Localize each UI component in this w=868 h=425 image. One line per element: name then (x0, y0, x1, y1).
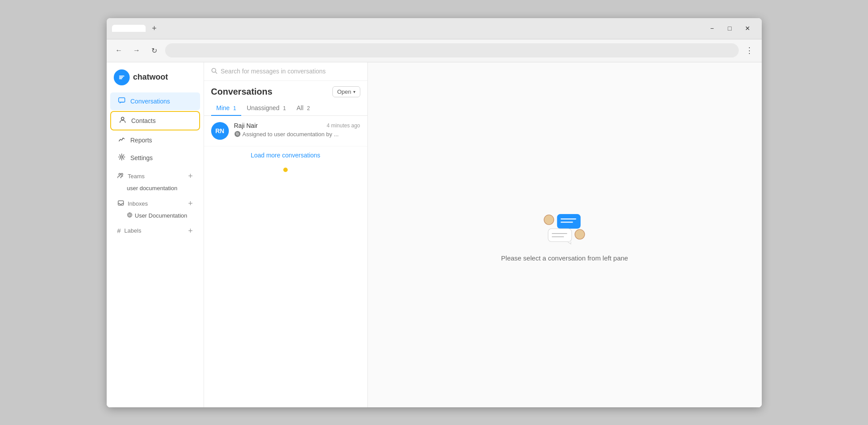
conversations-icon (117, 97, 126, 106)
conv-preview-text: Assigned to user documentation by ... (243, 131, 339, 138)
conv-preview: 🔘 Assigned to user documentation by ... (234, 131, 360, 138)
open-filter-chevron: ▾ (353, 89, 355, 94)
browser-tab[interactable] (112, 25, 146, 32)
empty-illustration (540, 208, 589, 247)
nav-bar: ← → ↻ ⋮ (107, 39, 762, 62)
sidebar-item-contacts[interactable]: Contacts (110, 111, 200, 130)
globe-icon (127, 212, 132, 219)
search-box[interactable]: Search for messages in conversations (211, 68, 360, 75)
maximize-button[interactable]: □ (721, 21, 739, 35)
inboxes-icon (117, 199, 124, 208)
reports-icon (117, 136, 126, 145)
conv-time: 4 minutes ago (327, 123, 360, 129)
svg-rect-1 (119, 98, 125, 102)
tab-mine[interactable]: Mine 1 (211, 101, 242, 116)
new-tab-button[interactable]: + (147, 21, 162, 35)
svg-point-4 (119, 173, 120, 175)
svg-point-10 (544, 214, 554, 224)
tab-unassigned-count: 1 (283, 105, 286, 111)
conversations-header: Conversations Open ▾ (204, 81, 367, 97)
search-icon (211, 68, 217, 75)
main-content: Please select a conversation from left p… (368, 62, 762, 407)
tab-all-count: 2 (307, 105, 310, 111)
labels-add-button[interactable]: + (188, 227, 193, 235)
status-dot (283, 168, 288, 172)
tab-all[interactable]: All 2 (291, 101, 315, 116)
svg-point-2 (121, 117, 124, 120)
inboxes-add-button[interactable]: + (188, 199, 193, 207)
open-filter-button[interactable]: Open ▾ (332, 86, 360, 97)
sidebar-item-conversations[interactable]: Conversations (110, 92, 200, 110)
svg-point-5 (121, 173, 123, 175)
conv-name-row: Raji Nair 4 minutes ago (234, 122, 360, 129)
svg-rect-11 (557, 214, 581, 229)
teams-icon (117, 172, 124, 180)
window-controls: − □ ✕ (703, 21, 756, 35)
title-bar: + − □ ✕ (107, 18, 762, 39)
empty-state: Please select a conversation from left p… (501, 208, 628, 262)
back-button[interactable]: ← (112, 43, 126, 57)
sidebar-item-settings[interactable]: Settings (110, 149, 200, 167)
browser-window: + − □ ✕ ← → ↻ ⋮ chatwoot (107, 18, 762, 407)
conv-name: Raji Nair (234, 122, 258, 129)
forward-button[interactable]: → (130, 43, 144, 57)
logo-area: chatwoot (107, 69, 204, 92)
tab-unassigned-label: Unassigned (247, 104, 279, 111)
avatar: RN (211, 122, 229, 140)
contacts-label: Contacts (131, 117, 156, 124)
svg-line-9 (215, 72, 217, 73)
browser-menu-button[interactable]: ⋮ (742, 43, 756, 57)
labels-label: Labels (124, 227, 141, 234)
inboxes-label: Inboxes (128, 200, 148, 207)
labels-hash-icon: # (117, 227, 121, 234)
app-content: chatwoot Conversations (107, 62, 762, 407)
table-row[interactable]: RN Raji Nair 4 minutes ago 🔘 Assigned to… (204, 116, 367, 146)
search-area: Search for messages in conversations (204, 62, 367, 81)
tab-mine-count: 1 (233, 105, 236, 111)
inboxes-sub-item-user-documentation[interactable]: User Documentation (107, 210, 204, 222)
open-filter-label: Open (337, 88, 351, 95)
conversation-info: Raji Nair 4 minutes ago 🔘 Assigned to us… (234, 122, 360, 138)
search-placeholder-text: Search for messages in conversations (221, 68, 326, 75)
logo-icon (114, 69, 130, 85)
tab-area: + (112, 21, 408, 35)
labels-section-header: # Labels + (110, 222, 200, 237)
minimize-button[interactable]: − (703, 21, 721, 35)
teams-section-header: Teams + (110, 167, 200, 182)
svg-rect-15 (548, 229, 572, 241)
logo-text: chatwoot (133, 73, 168, 82)
settings-label: Settings (131, 154, 153, 161)
conversations-label: Conversations (131, 98, 170, 105)
reload-button[interactable]: ↻ (147, 43, 162, 57)
close-button[interactable]: ✕ (739, 21, 756, 35)
contacts-icon (118, 116, 127, 125)
empty-state-text: Please select a conversation from left p… (501, 254, 628, 262)
reports-label: Reports (131, 137, 152, 144)
tab-all-label: All (297, 104, 304, 111)
teams-add-button[interactable]: + (188, 172, 193, 180)
svg-point-3 (120, 156, 123, 158)
svg-point-14 (575, 229, 585, 239)
tab-mine-label: Mine (216, 104, 230, 111)
assigned-icon: 🔘 (234, 131, 241, 137)
tab-unassigned[interactable]: Unassigned 1 (241, 101, 291, 116)
sidebar: chatwoot Conversations (107, 62, 204, 407)
tabs-row: Mine 1 Unassigned 1 All 2 (204, 97, 367, 116)
teams-label: Teams (128, 173, 145, 180)
sidebar-item-reports[interactable]: Reports (110, 131, 200, 149)
middle-panel: Search for messages in conversations Con… (204, 62, 368, 407)
conversation-list: RN Raji Nair 4 minutes ago 🔘 Assigned to… (204, 116, 367, 407)
conversations-title: Conversations (211, 87, 273, 97)
load-more-button[interactable]: Load more conversations (204, 146, 367, 164)
inboxes-section-header: Inboxes + (110, 194, 200, 210)
settings-icon (117, 153, 126, 162)
teams-sub-item-user-documentation[interactable]: user documentation (107, 182, 204, 194)
address-bar[interactable] (165, 43, 739, 57)
